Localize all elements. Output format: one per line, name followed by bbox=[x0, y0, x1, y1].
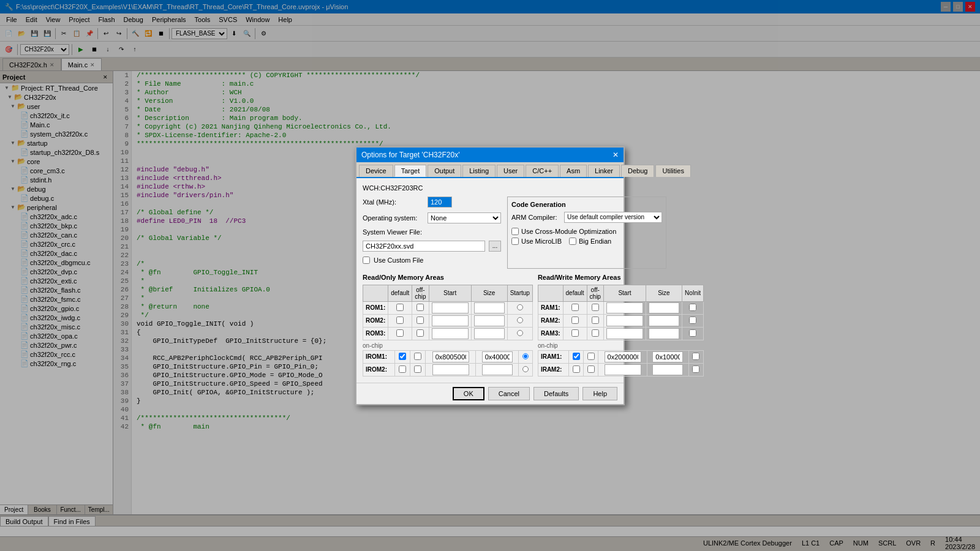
rom3-offchip-check[interactable] bbox=[417, 329, 424, 337]
modal-tab-asm[interactable]: Asm bbox=[560, 165, 587, 177]
ram3-size[interactable] bbox=[646, 327, 682, 340]
rom3-default[interactable] bbox=[388, 327, 412, 340]
cancel-button[interactable]: Cancel bbox=[488, 387, 530, 400]
defaults-button[interactable]: Defaults bbox=[533, 387, 579, 400]
ram1-start[interactable] bbox=[603, 301, 646, 314]
irom1-startup-radio[interactable] bbox=[522, 353, 529, 359]
modal-tab-output[interactable]: Output bbox=[428, 165, 461, 177]
rom3-offchip[interactable] bbox=[412, 327, 429, 340]
ram1-offchip[interactable] bbox=[587, 301, 603, 314]
cross-module-checkbox[interactable] bbox=[511, 228, 519, 235]
ram2-offchip-check[interactable] bbox=[592, 317, 599, 324]
irom2-size[interactable] bbox=[476, 363, 519, 376]
irom1-size-input[interactable] bbox=[482, 351, 513, 362]
iram2-default[interactable] bbox=[568, 363, 583, 376]
modal-tab-user[interactable]: User bbox=[497, 165, 524, 177]
irom2-start[interactable] bbox=[426, 363, 476, 376]
rom3-size-input[interactable] bbox=[474, 328, 505, 339]
rom3-startup-radio[interactable] bbox=[517, 330, 523, 336]
iram1-default[interactable] bbox=[568, 350, 583, 363]
rom3-startup[interactable] bbox=[507, 327, 532, 340]
xtal-input[interactable] bbox=[428, 197, 452, 208]
ram1-noinit-check[interactable] bbox=[689, 304, 696, 311]
iram2-offchip-check[interactable] bbox=[587, 365, 595, 373]
rom2-default[interactable] bbox=[388, 314, 412, 327]
iram1-noinit-check[interactable] bbox=[692, 353, 699, 360]
iram1-noinit[interactable] bbox=[688, 350, 703, 363]
rom2-default-check[interactable] bbox=[396, 317, 404, 324]
irom1-offchip-check[interactable] bbox=[414, 353, 421, 360]
iram2-start[interactable] bbox=[598, 363, 647, 376]
iram2-offchip[interactable] bbox=[584, 363, 598, 376]
rom3-start[interactable] bbox=[429, 327, 471, 340]
os-select[interactable]: None bbox=[428, 212, 501, 223]
ram2-noinit-check[interactable] bbox=[689, 317, 696, 324]
ram2-default-check[interactable] bbox=[571, 317, 579, 324]
ram2-noinit[interactable] bbox=[682, 314, 703, 327]
rom2-size-input[interactable] bbox=[474, 315, 505, 326]
ram2-start[interactable] bbox=[603, 314, 646, 327]
iram1-size-input[interactable] bbox=[652, 351, 683, 362]
rom1-startup-radio[interactable] bbox=[517, 304, 523, 310]
modal-tab-debug[interactable]: Debug bbox=[621, 165, 654, 177]
rom2-startup-radio[interactable] bbox=[517, 317, 523, 323]
rom2-startup[interactable] bbox=[507, 314, 532, 327]
rom2-offchip-check[interactable] bbox=[417, 317, 424, 324]
irom1-default[interactable] bbox=[395, 350, 410, 363]
ram3-offchip-check[interactable] bbox=[592, 329, 599, 337]
rom3-size[interactable] bbox=[471, 327, 507, 340]
modal-tab-utilities[interactable]: Utilities bbox=[655, 165, 690, 177]
sysviewer-browse-button[interactable]: ... bbox=[489, 241, 501, 252]
irom2-start-input[interactable] bbox=[432, 364, 469, 375]
iram1-offchip[interactable] bbox=[584, 350, 598, 363]
rom2-size[interactable] bbox=[471, 314, 507, 327]
iram1-size[interactable] bbox=[647, 350, 688, 363]
big-endian-checkbox[interactable] bbox=[569, 238, 576, 245]
rom1-size[interactable] bbox=[471, 301, 507, 314]
modal-close-button[interactable]: ✕ bbox=[612, 151, 619, 159]
irom1-start-input[interactable] bbox=[432, 351, 469, 362]
irom1-start[interactable] bbox=[426, 350, 476, 363]
iram1-offchip-check[interactable] bbox=[587, 353, 595, 360]
rom2-start-input[interactable] bbox=[432, 315, 469, 326]
ram1-size[interactable] bbox=[646, 301, 682, 314]
ram1-default-check[interactable] bbox=[571, 304, 579, 311]
iram2-size-input[interactable] bbox=[652, 364, 683, 375]
modal-tab-device[interactable]: Device bbox=[359, 165, 393, 177]
ram3-default[interactable] bbox=[563, 327, 587, 340]
ram3-default-check[interactable] bbox=[571, 329, 579, 337]
irom2-startup-radio[interactable] bbox=[522, 366, 529, 372]
iram1-start[interactable] bbox=[598, 350, 647, 363]
rom2-start[interactable] bbox=[429, 314, 471, 327]
iram1-default-check[interactable] bbox=[573, 353, 580, 360]
rom1-offchip[interactable] bbox=[412, 301, 429, 314]
irom2-startup[interactable] bbox=[519, 363, 533, 376]
micro-lib-checkbox[interactable] bbox=[511, 238, 519, 245]
arm-compiler-select[interactable]: Use default compiler version bbox=[564, 212, 662, 223]
ram1-offchip-check[interactable] bbox=[592, 304, 599, 311]
rom1-startup[interactable] bbox=[507, 301, 532, 314]
irom1-offchip[interactable] bbox=[410, 350, 426, 363]
irom1-startup[interactable] bbox=[519, 350, 533, 363]
rom1-default[interactable] bbox=[388, 301, 412, 314]
ram2-start-input[interactable] bbox=[606, 315, 643, 326]
ram3-start[interactable] bbox=[603, 327, 646, 340]
sysviewer-input[interactable] bbox=[363, 241, 485, 252]
rom2-offchip[interactable] bbox=[412, 314, 429, 327]
modal-tab-linker[interactable]: Linker bbox=[588, 165, 620, 177]
ram2-default[interactable] bbox=[563, 314, 587, 327]
ram3-noinit-check[interactable] bbox=[689, 329, 696, 337]
ram1-size-input[interactable] bbox=[649, 302, 679, 313]
modal-tab-listing[interactable]: Listing bbox=[462, 165, 496, 177]
iram1-start-input[interactable] bbox=[605, 351, 641, 362]
ram3-noinit[interactable] bbox=[682, 327, 703, 340]
rom1-size-input[interactable] bbox=[474, 302, 505, 313]
rom1-offchip-check[interactable] bbox=[417, 304, 424, 311]
iram2-start-input[interactable] bbox=[605, 364, 641, 375]
iram2-noinit[interactable] bbox=[688, 363, 703, 376]
iram2-noinit-check[interactable] bbox=[692, 365, 699, 373]
rom3-default-check[interactable] bbox=[396, 329, 404, 337]
irom1-default-check[interactable] bbox=[399, 353, 406, 360]
ram2-size[interactable] bbox=[646, 314, 682, 327]
use-custom-checkbox[interactable] bbox=[363, 257, 370, 264]
